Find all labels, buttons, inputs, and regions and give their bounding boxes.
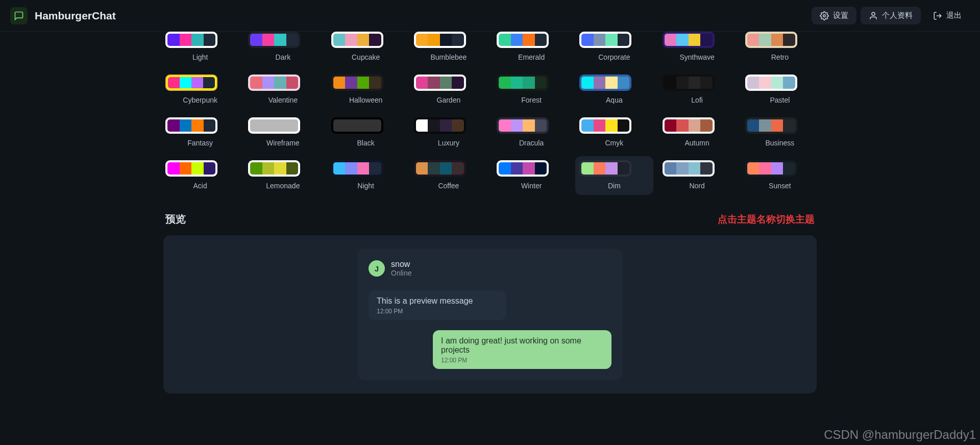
theme-name-label: Cupcake [331, 53, 401, 61]
theme-palette [165, 32, 217, 48]
color-swatch [369, 77, 381, 89]
color-swatch [499, 34, 511, 46]
theme-option-dim[interactable]: Dim [579, 160, 649, 190]
theme-palette [497, 160, 549, 177]
profile-button[interactable]: 个人资料 [861, 7, 921, 24]
color-swatch [452, 77, 464, 89]
settings-button[interactable]: 设置 [812, 7, 856, 24]
top-actions: 设置 个人资料 退出 [812, 7, 970, 24]
color-swatch [665, 162, 677, 175]
color-swatch [747, 162, 760, 175]
theme-palette [331, 32, 383, 48]
theme-option-bumblebee[interactable]: Bumblebee [414, 32, 483, 61]
color-swatch [416, 119, 428, 132]
color-swatch [689, 77, 701, 89]
theme-option-wireframe[interactable]: Wireframe [248, 117, 317, 147]
color-swatch [452, 119, 464, 132]
color-swatch [262, 162, 275, 175]
color-swatch [428, 119, 440, 132]
chat-icon [14, 11, 24, 21]
theme-option-corporate[interactable]: Corporate [579, 32, 649, 61]
chat-username: snow [391, 260, 411, 269]
color-swatch [168, 77, 180, 88]
theme-option-valentine[interactable]: Valentine [248, 75, 317, 104]
theme-name-label: Lofi [663, 96, 732, 104]
color-swatch [180, 119, 192, 132]
color-swatch [605, 34, 618, 46]
theme-option-garden[interactable]: Garden [414, 75, 483, 104]
theme-option-fantasy[interactable]: Fantasy [165, 117, 235, 147]
color-swatch [440, 34, 452, 46]
theme-option-black[interactable]: Black [331, 117, 401, 147]
color-swatch [499, 119, 511, 132]
theme-option-lofi[interactable]: Lofi [663, 75, 732, 104]
theme-option-night[interactable]: Night [331, 160, 401, 190]
theme-option-luxury[interactable]: Luxury [414, 117, 483, 147]
color-swatch [499, 77, 511, 89]
theme-option-lemonade[interactable]: Lemonade [248, 160, 317, 190]
theme-name-label: Nord [663, 182, 732, 190]
theme-palette [579, 160, 631, 177]
avatar: J [369, 260, 385, 277]
color-swatch [452, 34, 464, 46]
theme-option-coffee[interactable]: Coffee [414, 160, 483, 190]
theme-option-synthwave[interactable]: Synthwave [663, 32, 732, 61]
theme-option-cupcake[interactable]: Cupcake [331, 32, 401, 61]
color-swatch [333, 77, 346, 89]
preview-header-row: 预览 点击主题名称切换主题 [163, 205, 817, 235]
color-swatch [783, 77, 795, 89]
theme-option-emerald[interactable]: Emerald [497, 32, 566, 61]
theme-option-dark[interactable]: Dark [248, 32, 317, 61]
theme-name-label: Winter [497, 182, 566, 190]
theme-palette [414, 32, 466, 48]
theme-name-label: Aqua [579, 96, 649, 104]
color-swatch [581, 34, 594, 46]
color-swatch [274, 34, 286, 46]
theme-option-halloween[interactable]: Halloween [331, 75, 401, 104]
theme-palette [663, 32, 715, 48]
logout-button[interactable]: 退出 [925, 7, 970, 24]
theme-palette [248, 32, 300, 48]
theme-option-aqua[interactable]: Aqua [579, 75, 649, 104]
theme-option-autumn[interactable]: Autumn [663, 117, 732, 147]
color-swatch [523, 77, 535, 89]
color-swatch [357, 119, 370, 132]
theme-option-winter[interactable]: Winter [497, 160, 566, 190]
theme-option-cyberpunk[interactable]: Cyberpunk [165, 75, 235, 104]
color-swatch [345, 34, 357, 46]
theme-option-pastel[interactable]: Pastel [745, 75, 815, 104]
color-swatch [523, 119, 535, 132]
theme-palette [497, 117, 549, 134]
theme-option-cmyk[interactable]: Cmyk [579, 117, 649, 147]
theme-option-light[interactable]: Light [165, 32, 235, 61]
theme-palette [414, 117, 466, 134]
theme-name-label: Acid [165, 182, 235, 190]
theme-option-business[interactable]: Business [745, 117, 815, 147]
color-swatch [594, 119, 606, 132]
theme-option-acid[interactable]: Acid [165, 160, 235, 190]
color-swatch [618, 34, 630, 46]
color-swatch [180, 34, 192, 46]
color-swatch [428, 162, 440, 175]
theme-option-nord[interactable]: Nord [663, 160, 732, 190]
theme-option-dracula[interactable]: Dracula [497, 117, 566, 147]
color-swatch [274, 77, 286, 89]
color-swatch [759, 34, 771, 46]
theme-option-sunset[interactable]: Sunset [745, 160, 815, 190]
color-swatch [511, 34, 523, 46]
theme-option-retro[interactable]: Retro [745, 32, 815, 61]
color-swatch [689, 119, 701, 132]
color-swatch [771, 77, 783, 89]
theme-option-forest[interactable]: Forest [497, 75, 566, 104]
theme-name-label: Luxury [414, 139, 483, 147]
color-swatch [250, 162, 262, 175]
theme-palette [331, 160, 383, 177]
message-received: This is a preview message 12:00 PM [369, 290, 506, 320]
theme-palette [497, 32, 549, 48]
color-swatch [665, 77, 677, 89]
gear-icon [820, 11, 829, 20]
theme-name-label: Coffee [414, 182, 483, 190]
scroll-area[interactable]: LightDarkCupcakeBumblebeeEmeraldCorporat… [0, 32, 980, 445]
preview-title: 预览 [165, 212, 186, 226]
color-swatch [605, 119, 618, 132]
